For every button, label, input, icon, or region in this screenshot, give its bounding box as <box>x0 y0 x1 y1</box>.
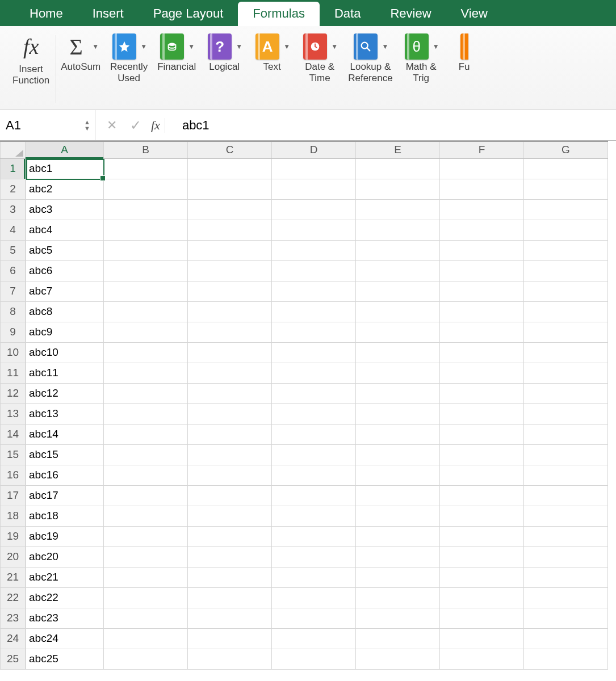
cell[interactable] <box>272 526 356 547</box>
row-header[interactable]: 12 <box>1 383 26 403</box>
row-header[interactable]: 15 <box>1 444 26 465</box>
cell[interactable] <box>104 260 188 281</box>
cell[interactable] <box>440 199 524 220</box>
cell[interactable] <box>356 322 440 342</box>
cell[interactable] <box>440 444 524 465</box>
cell[interactable]: abc7 <box>26 281 104 301</box>
cell[interactable]: abc10 <box>26 342 104 363</box>
tab-view[interactable]: View <box>446 2 502 26</box>
cell[interactable] <box>272 220 356 240</box>
name-box-stepper[interactable]: ▲▼ <box>84 119 90 132</box>
cell[interactable] <box>440 547 524 567</box>
cell[interactable] <box>272 240 356 260</box>
column-header-E[interactable]: E <box>356 141 440 158</box>
cell[interactable] <box>188 158 272 179</box>
cell[interactable] <box>524 342 608 363</box>
cell[interactable] <box>188 628 272 649</box>
cell[interactable] <box>104 526 188 547</box>
cell[interactable] <box>524 363 608 383</box>
cell[interactable]: abc3 <box>26 199 104 220</box>
cell[interactable] <box>188 485 272 506</box>
cell[interactable] <box>524 199 608 220</box>
insert-function-button[interactable]: fx Insert Function <box>10 32 52 86</box>
cell[interactable] <box>188 363 272 383</box>
cell[interactable] <box>440 260 524 281</box>
cell[interactable] <box>104 465 188 485</box>
cell[interactable] <box>104 383 188 403</box>
cell[interactable]: abc22 <box>26 587 104 608</box>
tab-page-layout[interactable]: Page Layout <box>139 2 238 26</box>
tab-formulas[interactable]: Formulas <box>238 2 320 26</box>
cell[interactable] <box>356 485 440 506</box>
column-header-D[interactable]: D <box>272 141 356 158</box>
cell[interactable] <box>440 587 524 608</box>
cell[interactable] <box>356 649 440 669</box>
logical-dropdown[interactable]: ▼ <box>234 32 244 61</box>
cell[interactable] <box>272 383 356 403</box>
cell[interactable] <box>356 424 440 444</box>
cell[interactable] <box>356 547 440 567</box>
cell[interactable] <box>104 220 188 240</box>
cell[interactable] <box>356 301 440 322</box>
cell[interactable] <box>272 301 356 322</box>
cell[interactable] <box>524 383 608 403</box>
row-header[interactable]: 13 <box>1 403 26 424</box>
cell[interactable] <box>272 403 356 424</box>
cell[interactable] <box>188 403 272 424</box>
cell[interactable] <box>104 158 188 179</box>
select-all-corner[interactable] <box>1 141 26 158</box>
column-header-C[interactable]: C <box>188 141 272 158</box>
row-header[interactable]: 17 <box>1 485 26 506</box>
cell[interactable] <box>104 608 188 628</box>
cell[interactable] <box>104 649 188 669</box>
cell[interactable] <box>188 342 272 363</box>
row-header[interactable]: 4 <box>1 220 26 240</box>
cell[interactable] <box>104 547 188 567</box>
math-trig-dropdown[interactable]: ▼ <box>431 32 441 61</box>
cell[interactable] <box>524 403 608 424</box>
cell[interactable] <box>104 444 188 465</box>
cell[interactable] <box>440 506 524 526</box>
cell[interactable] <box>104 628 188 649</box>
cell[interactable] <box>524 322 608 342</box>
cell[interactable] <box>440 220 524 240</box>
cell[interactable]: abc9 <box>26 322 104 342</box>
cell[interactable] <box>356 567 440 587</box>
cell[interactable] <box>440 301 524 322</box>
row-header[interactable]: 3 <box>1 199 26 220</box>
lookup-reference-dropdown[interactable]: ▼ <box>380 32 389 61</box>
cell[interactable]: abc20 <box>26 547 104 567</box>
financial-button[interactable] <box>157 32 187 61</box>
cell[interactable]: abc4 <box>26 220 104 240</box>
row-header[interactable]: 6 <box>1 260 26 281</box>
cell[interactable] <box>356 199 440 220</box>
row-header[interactable]: 20 <box>1 547 26 567</box>
cell[interactable] <box>440 465 524 485</box>
enter-formula-button[interactable]: ✓ <box>127 117 144 133</box>
column-header-B[interactable]: B <box>104 141 188 158</box>
cell[interactable] <box>356 342 440 363</box>
cell[interactable] <box>440 608 524 628</box>
row-header[interactable]: 16 <box>1 465 26 485</box>
math-trig-button[interactable]: θ <box>402 32 431 61</box>
row-header[interactable]: 1 <box>1 158 26 179</box>
cell[interactable] <box>356 260 440 281</box>
row-header[interactable]: 22 <box>1 587 26 608</box>
cell[interactable] <box>104 179 188 199</box>
column-header-G[interactable]: G <box>524 141 608 158</box>
cell[interactable] <box>272 465 356 485</box>
cell[interactable] <box>440 526 524 547</box>
cell[interactable] <box>524 649 608 669</box>
cell[interactable] <box>440 322 524 342</box>
date-time-dropdown[interactable]: ▼ <box>330 32 339 61</box>
cell[interactable] <box>440 383 524 403</box>
column-header-F[interactable]: F <box>440 141 524 158</box>
cell[interactable] <box>188 179 272 199</box>
cell[interactable] <box>356 383 440 403</box>
row-header[interactable]: 23 <box>1 608 26 628</box>
row-header[interactable]: 14 <box>1 424 26 444</box>
cell[interactable] <box>104 506 188 526</box>
cell[interactable] <box>524 567 608 587</box>
cell[interactable] <box>104 567 188 587</box>
cell[interactable] <box>188 649 272 669</box>
